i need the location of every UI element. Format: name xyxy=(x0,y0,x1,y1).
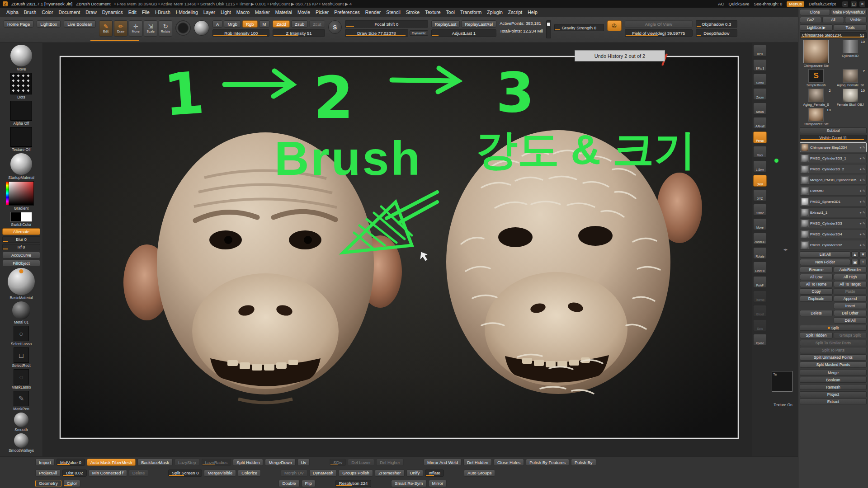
bottom-control[interactable]: Mirror xyxy=(429,480,447,487)
titlebar-item[interactable]: See-through: 0 xyxy=(754,1,782,6)
menu-item[interactable]: Transform xyxy=(458,9,484,16)
subtool-row[interactable]: Extract0 ●✎ xyxy=(800,186,867,196)
subtool-visibility-icons[interactable]: ●✎ xyxy=(859,178,865,182)
bottom-control[interactable]: Morph UV xyxy=(281,469,307,477)
subtool-row[interactable]: Extract1_1 ●✎ xyxy=(800,207,867,217)
tray-thumbnail[interactable] xyxy=(10,153,32,175)
move-down-icon[interactable]: ▼ xyxy=(859,251,867,258)
subtool-action-button[interactable]: AutoReorder xyxy=(834,267,867,273)
right-shelf-button[interactable]: SPix 3 xyxy=(753,59,767,71)
subtool-action-button[interactable]: Paste xyxy=(834,288,867,295)
bottom-control[interactable]: Min Connected f xyxy=(89,469,127,477)
right-shelf-button[interactable]: Transp xyxy=(753,291,767,302)
subtool-action-button[interactable]: Duplicate xyxy=(800,296,833,302)
bottom-control[interactable]: MidValue 0 xyxy=(57,459,85,466)
palette-section-header[interactable]: Extract xyxy=(800,399,867,404)
window-control-icon[interactable]: ▢ xyxy=(851,1,857,7)
undo-history-bar[interactable]: Undo History 2 out of 2 xyxy=(575,50,665,61)
tray-item[interactable]: Alternate xyxy=(0,228,42,235)
subtool-visibility-icons[interactable]: ●✎ xyxy=(859,167,865,171)
subtool-action-button[interactable]: Rename xyxy=(800,267,833,273)
right-shelf-button[interactable]: PolyF xyxy=(753,276,767,288)
menu-item[interactable]: Tool xyxy=(443,9,458,16)
tool-top-button[interactable]: Make PolyMesh3D xyxy=(831,9,867,15)
bottom-control[interactable]: Delete xyxy=(129,469,148,477)
menu-item[interactable]: Layer xyxy=(201,9,218,16)
menu-item[interactable]: Color xyxy=(39,9,56,16)
bottom-control[interactable]: Double xyxy=(278,480,299,487)
tool-top-button[interactable]: Clone xyxy=(800,9,830,15)
gravity-strength-slider[interactable]: Gravity Strength 0 xyxy=(554,24,604,31)
tray-item[interactable]: MaskPen xyxy=(0,391,42,411)
goz-button[interactable]: GoZ xyxy=(800,17,821,23)
angle-of-view-button[interactable]: Angle Of View xyxy=(625,20,693,28)
menu-item[interactable]: Document xyxy=(56,9,83,16)
subtool-action-button[interactable]: All Low xyxy=(800,274,833,280)
right-shelf-button[interactable]: Zoom xyxy=(753,88,767,100)
bottom-control[interactable]: Polish By Features xyxy=(526,459,569,466)
subtool-row[interactable]: PM3D_Cylinder3D2 ●✎ xyxy=(800,240,867,250)
right-shelf-button[interactable]: Frame xyxy=(753,204,767,216)
sculpt-mode-button[interactable]: Zcut xyxy=(309,20,325,28)
tray-item[interactable]: Rf 0 xyxy=(0,244,42,250)
tool-thumbnail-image[interactable] xyxy=(808,89,824,102)
subtool-visibility-icons[interactable]: ●✎ xyxy=(859,232,865,236)
subtool-action-button[interactable]: Append xyxy=(834,296,867,302)
subtool-visibility-icons[interactable]: ●✎ xyxy=(859,189,865,193)
subtool-action-button[interactable]: Delete xyxy=(800,310,833,316)
bottom-control[interactable]: Split Hidden xyxy=(233,459,263,466)
tray-item[interactable]: Dots xyxy=(0,73,42,99)
canvas-area[interactable]: 1 2 3 Brush 강도 & 크기 Undo History 2 out o… xyxy=(43,43,752,456)
rgb-intensity-slider[interactable]: Rgb Intensity 100 xyxy=(212,29,269,37)
tray-item[interactable]: StartupMaterial xyxy=(0,153,42,180)
tray-item[interactable]: Smooth xyxy=(0,413,42,432)
bottom-control[interactable]: Resolution 224 xyxy=(335,480,371,487)
tray-thumbnail[interactable] xyxy=(14,413,28,427)
lightbox-button[interactable]: LightBox xyxy=(37,20,61,28)
document-canvas[interactable]: 1 2 3 Brush 강도 & 크기 xyxy=(43,43,752,456)
texture-preview[interactable]: Te xyxy=(772,371,793,392)
obj-shadow-slider[interactable]: ObjShadow 0.3 xyxy=(696,20,737,28)
menu-item[interactable]: Render xyxy=(363,9,383,16)
mode-button[interactable]: ✎ Edit xyxy=(99,20,113,37)
tool-thumbnail[interactable]: 10 Female Skull OBJ xyxy=(834,89,867,107)
subtool-row[interactable]: PM3D_Sphere3D1 ●✎ xyxy=(800,197,867,206)
camera-icon[interactable]: ✇ xyxy=(607,20,622,31)
tray-thumbnail[interactable] xyxy=(14,347,29,363)
tray-thumbnail[interactable] xyxy=(10,73,32,94)
bottom-control[interactable]: Auto Groups xyxy=(464,469,495,477)
list-all-button[interactable]: List All xyxy=(800,251,850,258)
bottom-control[interactable]: Smart Re-Sym xyxy=(391,480,426,487)
window-control-icon[interactable]: – xyxy=(842,1,848,7)
subtool-visibility-icons[interactable]: ●✎ xyxy=(859,145,865,150)
replay-button[interactable]: ReplayLast xyxy=(431,20,460,28)
sculpt-mode-button[interactable]: Zadd xyxy=(273,20,290,28)
mode-button[interactable]: ✏ Draw xyxy=(114,20,127,37)
menu-item[interactable]: I-Brush xyxy=(152,9,173,16)
bottom-control[interactable]: Geometry xyxy=(35,480,61,487)
bottom-control[interactable]: Colorize xyxy=(238,469,261,477)
tray-thumbnail[interactable] xyxy=(14,369,29,385)
menu-item[interactable]: Help xyxy=(525,9,540,16)
add-icon[interactable]: + xyxy=(859,259,867,265)
tray-thumbnail[interactable] xyxy=(10,101,32,121)
dynamic-toggle[interactable]: Dynamic xyxy=(410,30,428,36)
right-shelf-button[interactable]: Floor xyxy=(753,146,767,158)
subtool-visibility-icons[interactable]: ●✎ xyxy=(859,156,865,160)
bottom-control[interactable]: Flip xyxy=(302,480,316,487)
subtool-action-button[interactable]: All To Home xyxy=(800,281,833,287)
right-shelf-button[interactable]: Actual xyxy=(753,103,767,114)
subtool-row[interactable]: Merged_PM3D_Cylinder3D5 ●✎ xyxy=(800,175,867,185)
move-up-icon[interactable]: ▲ xyxy=(851,251,859,258)
menu-item[interactable]: Edit xyxy=(126,9,139,16)
tray-item[interactable]: SelectRect xyxy=(0,347,42,368)
right-shelf-button[interactable]: XYZ xyxy=(753,189,767,201)
tray-thumbnail[interactable] xyxy=(9,181,34,206)
menu-item[interactable]: Zplugin xyxy=(484,9,505,16)
goz-button[interactable]: All xyxy=(822,17,844,23)
color-mode-button[interactable]: Rgb xyxy=(242,20,257,28)
bottom-control[interactable]: Color xyxy=(63,480,81,487)
tray-item[interactable]: SwitchColor xyxy=(0,212,42,227)
bottom-control[interactable]: SDiv xyxy=(330,459,346,466)
titlebar-item[interactable]: Menus xyxy=(787,1,804,7)
